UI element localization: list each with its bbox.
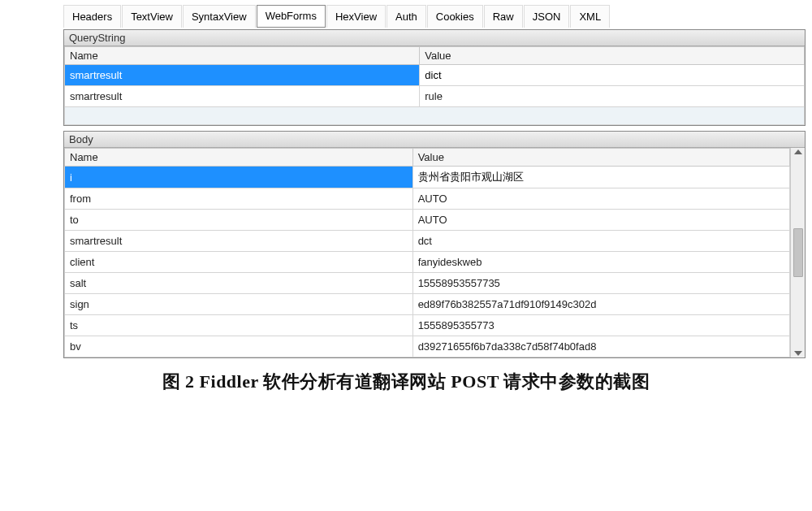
body-section: Body Name Value i 贵州省贵阳市观山湖区 [63, 131, 806, 358]
qs-header-value[interactable]: Value [420, 47, 805, 65]
body-cell-value[interactable]: 1555895355773 [412, 315, 789, 336]
tab-json[interactable]: JSON [524, 5, 570, 28]
body-cell-name[interactable]: bv [65, 336, 413, 357]
querystring-table: Name Value smartresult dict smartresult … [64, 46, 805, 125]
figure-caption: 图 2 Fiddler 软件分析有道翻译网站 POST 请求中参数的截图 [0, 370, 812, 394]
table-row[interactable]: bv d39271655f6b7da338c7d58f74b0fad8 [65, 336, 790, 357]
body-cell-name[interactable]: sign [65, 294, 413, 315]
table-row[interactable]: smartresult dct [65, 231, 790, 252]
tab-xml[interactable]: XML [570, 5, 610, 28]
body-cell-value[interactable]: AUTO [412, 188, 789, 210]
body-cell-value[interactable]: fanyideskweb [412, 252, 789, 273]
querystring-section: QueryString Name Value smartresult dict … [63, 29, 806, 126]
table-row[interactable]: sign ed89f76b382557a71df910f9149c302d [65, 294, 790, 315]
tab-cookies[interactable]: Cookies [427, 5, 483, 28]
body-cell-value[interactable]: ed89f76b382557a71df910f9149c302d [412, 294, 789, 315]
tab-hexview[interactable]: HexView [326, 5, 386, 28]
qs-cell-value[interactable]: rule [420, 86, 805, 107]
scroll-thumb[interactable] [793, 228, 803, 277]
body-cell-name[interactable]: from [65, 188, 413, 210]
body-cell-value[interactable]: d39271655f6b7da338c7d58f74b0fad8 [412, 336, 789, 357]
body-cell-name[interactable]: client [65, 252, 413, 273]
qs-header-name[interactable]: Name [65, 47, 420, 65]
body-cell-value[interactable]: 贵州省贵阳市观山湖区 [412, 167, 789, 188]
table-row[interactable]: client fanyideskweb [65, 252, 790, 273]
body-cell-value[interactable]: 15558953557735 [412, 273, 789, 294]
body-cell-value[interactable]: AUTO [412, 210, 789, 231]
body-title: Body [64, 132, 805, 148]
tab-syntaxview[interactable]: SyntaxView [183, 5, 256, 28]
tab-headers[interactable]: Headers [63, 5, 121, 28]
body-cell-name[interactable]: ts [65, 315, 413, 336]
body-table: Name Value i 贵州省贵阳市观山湖区 from AUTO [64, 148, 790, 357]
qs-cell-name[interactable]: smartresult [65, 86, 420, 107]
tab-webforms[interactable]: WebForms [257, 5, 326, 28]
body-cell-name[interactable]: smartresult [65, 231, 413, 252]
table-row[interactable]: smartresult rule [65, 86, 805, 107]
body-cell-name[interactable]: i [65, 167, 413, 188]
table-row[interactable]: salt 15558953557735 [65, 273, 790, 294]
body-cell-value[interactable]: dct [412, 231, 789, 252]
body-header-value[interactable]: Value [412, 149, 789, 167]
body-cell-name[interactable]: to [65, 210, 413, 231]
table-row[interactable]: to AUTO [65, 210, 790, 231]
table-row-empty [65, 107, 805, 125]
qs-cell-value[interactable]: dict [420, 65, 805, 86]
scroll-track[interactable] [791, 154, 805, 351]
body-scrollbar[interactable] [790, 148, 805, 357]
tab-raw[interactable]: Raw [484, 5, 523, 28]
table-row[interactable]: smartresult dict [65, 65, 805, 86]
tab-auth[interactable]: Auth [387, 5, 426, 28]
table-row[interactable]: from AUTO [65, 188, 790, 210]
querystring-title: QueryString [64, 30, 805, 46]
table-row[interactable]: ts 1555895355773 [65, 315, 790, 336]
body-cell-name[interactable]: salt [65, 273, 413, 294]
tab-textview[interactable]: TextView [122, 5, 182, 28]
body-header-name[interactable]: Name [65, 149, 413, 167]
qs-cell-name[interactable]: smartresult [65, 65, 420, 86]
scroll-down-icon[interactable] [794, 351, 802, 356]
table-row[interactable]: i 贵州省贵阳市观山湖区 [65, 167, 790, 188]
inspector-tabs: Headers TextView SyntaxView WebForms Hex… [63, 5, 806, 28]
